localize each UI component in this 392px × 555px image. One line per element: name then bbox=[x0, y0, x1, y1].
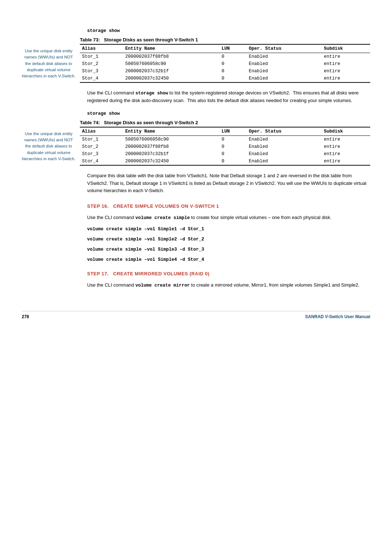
table-cell: entire bbox=[322, 150, 370, 158]
step17-para: Use the CLI command volume create mirror… bbox=[87, 281, 370, 289]
table74-annotation: Use the unique disk entity names (WWUIs)… bbox=[22, 120, 80, 162]
table74-thead: Alias Entity Name LUN Oper. Status Subdi… bbox=[80, 127, 370, 136]
table-cell: Stor_1 bbox=[80, 53, 123, 61]
table-cell: entire bbox=[322, 143, 370, 150]
table-cell: Stor_3 bbox=[80, 68, 123, 75]
table-row: Stor_32000002037c32b1f0Enabledentire bbox=[80, 68, 370, 75]
table73: Alias Entity Name LUN Oper. Status Subdi… bbox=[80, 44, 370, 83]
page-content: storage show Use the unique disk entity … bbox=[22, 28, 370, 319]
command-simple3: volume create simple –vol Simple3 –d Sto… bbox=[87, 247, 370, 252]
step17-title: Create Mirrored Volumes (RAID 0) bbox=[113, 271, 210, 276]
para2: Compare this disk table with the disk ta… bbox=[87, 172, 370, 195]
step17-heading: Step 17. Create Mirrored Volumes (RAID 0… bbox=[87, 271, 370, 276]
table-cell: Enabled bbox=[247, 158, 322, 165]
step16-para: Use the CLI command volume create simple… bbox=[87, 214, 370, 222]
table-cell: 0 bbox=[219, 75, 246, 82]
annotation73-text: Use the unique disk entity names (WWUIs)… bbox=[22, 49, 75, 78]
table-cell: 0 bbox=[219, 60, 246, 68]
table-cell: 0 bbox=[219, 143, 246, 150]
table-cell: Enabled bbox=[247, 75, 322, 82]
para1: Use the CLI command storage show to list… bbox=[87, 89, 370, 105]
table74: Alias Entity Name LUN Oper. Status Subdi… bbox=[80, 127, 370, 166]
table-row: Stor_12000002037f88fb80Enabledentire bbox=[80, 53, 370, 61]
para1-code: storage show bbox=[135, 91, 168, 96]
step16-code: volume create simple bbox=[135, 215, 190, 220]
table-cell: Stor_2 bbox=[80, 143, 123, 150]
col-subdisk: Subdisk bbox=[322, 44, 370, 53]
table74-title: Table 74: Storage Disks as seen through … bbox=[80, 120, 370, 125]
table-cell: Stor_2 bbox=[80, 60, 123, 68]
page-number: 278 bbox=[22, 314, 29, 319]
table-row: Stor_32000002037c32b1f0Enabledentire bbox=[80, 150, 370, 158]
table-cell: 2000002037f88fb8 bbox=[123, 53, 219, 61]
footer: 278 SANRAD V-Switch User Manual bbox=[22, 311, 370, 319]
table73-title: Table 73: Storage Disks as seen through … bbox=[80, 37, 370, 42]
table-cell: entire bbox=[322, 68, 370, 75]
table73-thead: Alias Entity Name LUN Oper. Status Subdi… bbox=[80, 44, 370, 53]
table-cell: 2000002037c32b1f bbox=[123, 68, 219, 75]
table-cell: entire bbox=[322, 158, 370, 165]
table-cell: entire bbox=[322, 75, 370, 82]
col-alias: Alias bbox=[80, 44, 123, 53]
table-row: Stor_42000002037c324500Enabledentire bbox=[80, 75, 370, 82]
col-subdisk: Subdisk bbox=[322, 127, 370, 136]
table74-body: Stor_15005076006058c900EnabledentireStor… bbox=[80, 135, 370, 165]
table-cell: Stor_3 bbox=[80, 150, 123, 158]
command-simple1: volume create simple –vol Simple1 –d Sto… bbox=[87, 227, 370, 232]
table-cell: 2000002037c32450 bbox=[123, 158, 219, 165]
table74-header-row: Alias Entity Name LUN Oper. Status Subdi… bbox=[80, 127, 370, 136]
table-cell: 500507606058c90 bbox=[123, 60, 219, 68]
table-cell: 5005076006058c90 bbox=[123, 135, 219, 143]
table-cell: 2000002037c32450 bbox=[123, 75, 219, 82]
table-cell: 0 bbox=[219, 150, 246, 158]
table74-section: Use the unique disk entity names (WWUIs)… bbox=[22, 120, 370, 166]
table-cell: 0 bbox=[219, 158, 246, 165]
table73-wrapper: Table 73: Storage Disks as seen through … bbox=[80, 37, 370, 83]
table-cell: entire bbox=[322, 60, 370, 68]
table-row: Stor_42000002037c324500Enabledentire bbox=[80, 158, 370, 165]
table-cell: Enabled bbox=[247, 53, 322, 61]
table-row: Stor_22000002037f88fb80Enabledentire bbox=[80, 143, 370, 150]
table-cell: Enabled bbox=[247, 143, 322, 150]
col-entity: Entity Name bbox=[123, 44, 219, 53]
table73-annotation: Use the unique disk entity names (WWUIs)… bbox=[22, 37, 80, 79]
command-simple2: volume create simple –vol Simple2 –d Sto… bbox=[87, 237, 370, 242]
col-lun: LUN bbox=[219, 44, 246, 53]
table-cell: Stor_4 bbox=[80, 75, 123, 82]
table73-header-row: Alias Entity Name LUN Oper. Status Subdi… bbox=[80, 44, 370, 53]
step16-heading: Step 16. Create Simple Volumes on V‑Swit… bbox=[87, 203, 370, 209]
col-alias: Alias bbox=[80, 127, 123, 136]
table-cell: Enabled bbox=[247, 60, 322, 68]
table73-body: Stor_12000002037f88fb80EnabledentireStor… bbox=[80, 53, 370, 83]
table73-section: Use the unique disk entity names (WWUIs)… bbox=[22, 37, 370, 83]
table-cell: 0 bbox=[219, 53, 246, 61]
table-cell: 2000002037f88fb8 bbox=[123, 143, 219, 150]
table-cell: 0 bbox=[219, 68, 246, 75]
table-cell: Stor_4 bbox=[80, 158, 123, 165]
table-cell: 0 bbox=[219, 135, 246, 143]
step17-code: volume create mirror bbox=[135, 283, 190, 288]
table-row: Stor_15005076006058c900Enabledentire bbox=[80, 135, 370, 143]
table-cell: Enabled bbox=[247, 150, 322, 158]
table-cell: entire bbox=[322, 135, 370, 143]
table74-wrapper: Table 74: Storage Disks as seen through … bbox=[80, 120, 370, 166]
table-row: Stor_2500507606058c900Enabledentire bbox=[80, 60, 370, 68]
table-cell: Stor_1 bbox=[80, 135, 123, 143]
annotation74-text: Use the unique disk entity names (WWUIs)… bbox=[22, 131, 75, 161]
table-cell: Enabled bbox=[247, 68, 322, 75]
table-cell: 2000002037c32b1f bbox=[123, 150, 219, 158]
manual-title: SANRAD V-Switch User Manual bbox=[305, 314, 370, 319]
col-oper-status: Oper. Status bbox=[247, 44, 322, 53]
table-cell: entire bbox=[322, 53, 370, 61]
code-label-73: storage show bbox=[87, 28, 370, 33]
col-oper-status: Oper. Status bbox=[247, 127, 322, 136]
col-entity: Entity Name bbox=[123, 127, 219, 136]
code-label-74: storage show bbox=[87, 111, 370, 116]
command-simple4: volume create simple –vol Simple4 –d Sto… bbox=[87, 257, 370, 262]
table-cell: Enabled bbox=[247, 135, 322, 143]
col-lun: LUN bbox=[219, 127, 246, 136]
step16-title: Create Simple Volumes on V‑Switch 1 bbox=[113, 203, 219, 209]
